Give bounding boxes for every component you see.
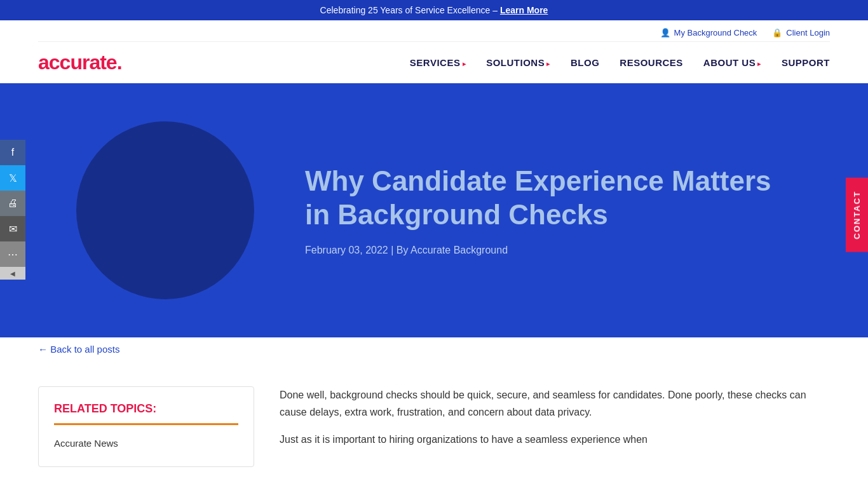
nav-about-us[interactable]: ABOUT US bbox=[703, 57, 761, 68]
header: 👤 My Background Check 🔒 Client Login acc… bbox=[0, 20, 868, 83]
banner-link[interactable]: Learn More bbox=[500, 5, 548, 15]
hero-title: Why Candidate Experience Matters in Back… bbox=[305, 165, 792, 232]
header-top: 👤 My Background Check 🔒 Client Login bbox=[38, 20, 830, 42]
facebook-share-button[interactable]: f bbox=[0, 140, 25, 165]
banner-text: Celebrating 25 Years of Service Excellen… bbox=[320, 5, 498, 15]
nav-support[interactable]: SUPPORT bbox=[782, 57, 830, 68]
related-topics-box: RELATED TOPICS: Accurate News bbox=[38, 386, 254, 467]
hero-decorative-circle bbox=[76, 121, 254, 299]
contact-button[interactable]: CONTACT bbox=[846, 178, 868, 252]
client-login-label: Client Login bbox=[786, 28, 830, 37]
client-login-link[interactable]: 🔒 Client Login bbox=[772, 28, 830, 37]
related-topic-item[interactable]: Accurate News bbox=[54, 435, 238, 451]
logo-dot: . bbox=[117, 51, 122, 74]
site-logo[interactable]: accurate. bbox=[38, 51, 122, 74]
related-topics-title: RELATED TOPICS: bbox=[54, 402, 238, 416]
hero-by-label: By bbox=[397, 245, 409, 255]
email-share-button[interactable]: ✉ bbox=[0, 216, 25, 241]
main-content: Done well, background checks should be q… bbox=[280, 386, 830, 467]
print-button[interactable]: 🖨 bbox=[0, 191, 25, 216]
back-to-all-posts-link[interactable]: ← Back to all posts bbox=[38, 344, 830, 355]
hero-author: Accurate Background bbox=[410, 245, 508, 255]
top-banner: Celebrating 25 Years of Service Excellen… bbox=[0, 0, 868, 20]
sidebar: RELATED TOPICS: Accurate News bbox=[38, 386, 254, 467]
hero-meta: February 03, 2022 | By Accurate Backgrou… bbox=[305, 245, 792, 256]
content-paragraph-1: Done well, background checks should be q… bbox=[280, 386, 830, 421]
social-sidebar: f 𝕏 🖨 ✉ ⋯ ◀ bbox=[0, 140, 25, 280]
more-share-button[interactable]: ⋯ bbox=[0, 241, 25, 267]
my-background-check-link[interactable]: 👤 My Background Check bbox=[660, 28, 757, 37]
hide-sidebar-button[interactable]: ◀ bbox=[0, 267, 25, 280]
logo-text: accurate bbox=[38, 51, 117, 74]
hero-date: February 03, 2022 bbox=[305, 245, 388, 255]
content-paragraph-2: Just as it is important to hiring organi… bbox=[280, 431, 830, 448]
nav-resources[interactable]: RESOURCES bbox=[620, 57, 683, 68]
content-section: RELATED TOPICS: Accurate News Done well,… bbox=[0, 367, 868, 486]
related-topics-divider bbox=[54, 423, 238, 425]
nav-services[interactable]: SERVICES bbox=[410, 57, 466, 68]
hero-content: Why Candidate Experience Matters in Back… bbox=[305, 165, 792, 256]
person-icon: 👤 bbox=[660, 28, 670, 37]
back-area: ← Back to all posts bbox=[0, 337, 868, 355]
lock-icon: 🔒 bbox=[772, 28, 782, 37]
hero-separator: | bbox=[391, 245, 397, 255]
nav-blog[interactable]: BLOG bbox=[571, 57, 599, 68]
header-nav: accurate. SERVICES SOLUTIONS BLOG RESOUR… bbox=[38, 42, 830, 83]
my-background-check-label: My Background Check bbox=[674, 28, 757, 37]
nav-solutions[interactable]: SOLUTIONS bbox=[486, 57, 550, 68]
main-nav: SERVICES SOLUTIONS BLOG RESOURCES ABOUT … bbox=[410, 57, 830, 69]
twitter-share-button[interactable]: 𝕏 bbox=[0, 165, 25, 191]
hero-section: Why Candidate Experience Matters in Back… bbox=[0, 83, 868, 337]
